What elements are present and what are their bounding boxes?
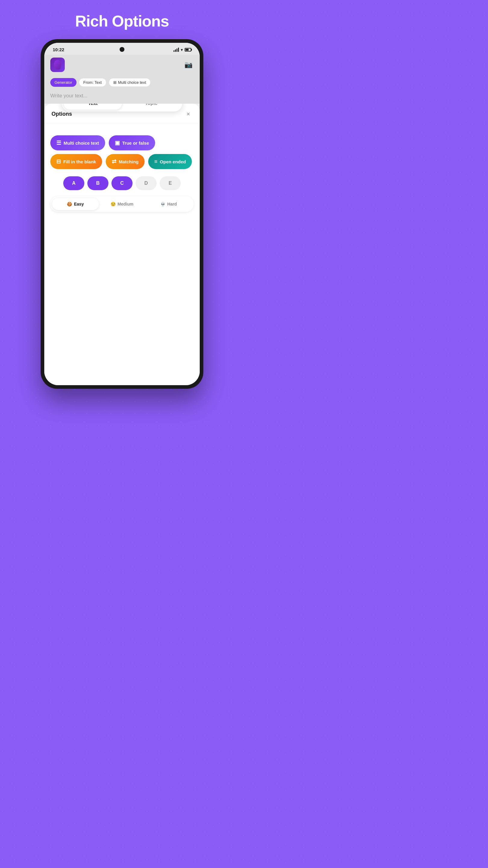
phone-frame: 10:22 ▾ 📷 (41, 39, 203, 389)
answer-btn-a[interactable]: A (63, 176, 84, 190)
matching-icon: ⇄ (112, 158, 116, 165)
chip-from-text-label: From: Text (84, 80, 102, 85)
options-content: ☰ Multi choice text ▣ True or false ⊟ Fi… (44, 123, 200, 385)
difficulty-bar: 🍪 Easy 😒 Medium 💀 Hard (50, 196, 194, 212)
btn-matching[interactable]: ⇄ Matching (106, 154, 144, 169)
text-input-area[interactable]: Write your text... (44, 90, 200, 104)
answer-label-d: D (144, 181, 148, 186)
open-ended-label: Open ended (160, 159, 186, 164)
camera-button[interactable]: 📷 (183, 59, 194, 70)
diff-easy-emoji: 🍪 (67, 202, 72, 207)
answer-options: A B C D E (50, 176, 194, 190)
diff-hard-emoji: 💀 (160, 202, 165, 207)
avatar (50, 58, 65, 72)
page-title: Rich Options (75, 12, 169, 30)
chip-multi-choice[interactable]: ⊞ Multi choice text (109, 78, 151, 87)
answer-btn-d[interactable]: D (135, 176, 157, 190)
answer-label-c: C (120, 181, 124, 186)
question-types: ☰ Multi choice text ▣ True or false ⊟ Fi… (50, 135, 194, 169)
fill-blank-icon: ⊟ (56, 158, 61, 165)
status-time: 10:22 (53, 47, 64, 52)
signal-icon (173, 48, 179, 52)
phone-screen: 10:22 ▾ 📷 (44, 43, 200, 385)
multi-choice-label: Multi choice text (64, 141, 99, 146)
diff-hard-label: Hard (167, 202, 177, 207)
battery-icon (185, 48, 191, 52)
app-header: 📷 (44, 55, 200, 76)
true-false-label: True or false (122, 141, 149, 146)
diff-medium-label: Medium (118, 202, 133, 207)
chip-multi-choice-label: Multi choice text (118, 80, 146, 85)
answer-label-e: E (169, 181, 172, 186)
btn-multi-choice-text[interactable]: ☰ Multi choice text (50, 135, 105, 150)
btn-open-ended[interactable]: ≡ Open ended (148, 154, 192, 169)
chip-generator[interactable]: Generator (50, 78, 76, 87)
btn-true-or-false[interactable]: ▣ True or false (109, 135, 155, 150)
btn-fill-blank[interactable]: ⊟ Fill in the blank (50, 154, 102, 169)
avatar-shape (53, 60, 62, 70)
answer-btn-b[interactable]: B (87, 176, 108, 190)
answer-label-b: B (96, 181, 100, 186)
filter-chips: Generator From: Text ⊞ Multi choice text (44, 76, 200, 90)
diff-medium[interactable]: 😒 Medium (99, 198, 145, 210)
diff-easy[interactable]: 🍪 Easy (52, 198, 99, 210)
text-input-placeholder: Write your text... (50, 93, 87, 98)
options-panel: Text Topic Options × ☰ (44, 104, 200, 385)
wifi-icon: ▾ (181, 47, 183, 52)
diff-medium-emoji: 😒 (110, 202, 116, 207)
multi-choice-icon: ☰ (56, 140, 61, 146)
options-title: Options (52, 111, 72, 117)
fill-blank-label: Fill in the blank (63, 159, 96, 164)
matching-label: Matching (119, 159, 138, 164)
true-false-icon: ▣ (115, 140, 120, 146)
status-icons: ▾ (173, 47, 191, 52)
chip-from-text[interactable]: From: Text (79, 78, 106, 87)
toggle-tabs: Text Topic (62, 104, 182, 112)
answer-btn-c[interactable]: C (111, 176, 133, 190)
toggle-tabs-wrapper: Text Topic (62, 104, 182, 112)
tab-topic[interactable]: Topic (122, 104, 181, 110)
camera-notch (120, 47, 124, 52)
chip-generator-label: Generator (55, 80, 72, 85)
chip-multi-choice-icon: ⊞ (113, 80, 117, 85)
answer-btn-e[interactable]: E (160, 176, 181, 190)
tab-text[interactable]: Text (64, 104, 122, 110)
diff-easy-label: Easy (74, 202, 84, 207)
close-button[interactable]: × (184, 110, 193, 118)
open-ended-icon: ≡ (154, 158, 158, 165)
close-icon: × (187, 111, 190, 118)
answer-label-a: A (72, 181, 76, 186)
diff-hard[interactable]: 💀 Hard (145, 198, 192, 210)
